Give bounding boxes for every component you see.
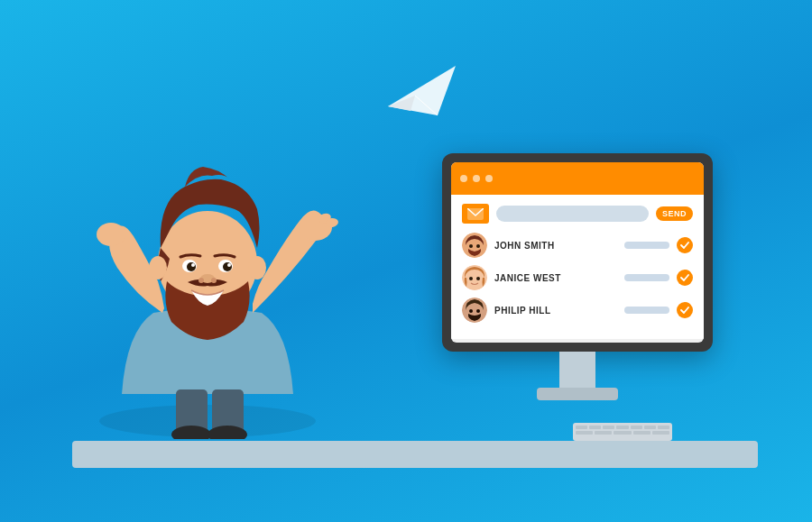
monitor-screen: SEND	[442, 153, 713, 352]
key	[658, 426, 669, 429]
avatar-john-smith	[462, 233, 487, 258]
svg-point-30	[469, 277, 473, 280]
contact-bar-2	[624, 274, 669, 281]
svg-point-34	[476, 309, 480, 313]
contact-bar-1	[624, 242, 669, 249]
svg-point-14	[191, 263, 195, 267]
key	[652, 431, 669, 435]
key	[644, 426, 656, 429]
key	[633, 431, 651, 435]
svg-point-17	[198, 278, 204, 283]
key	[589, 426, 601, 429]
send-button[interactable]: SEND	[656, 206, 693, 221]
titlebar-dot-1	[460, 175, 467, 182]
titlebar-dot-3	[485, 175, 493, 182]
email-icon	[462, 204, 489, 224]
screen-content-area: SEND	[451, 162, 704, 343]
svg-point-33	[469, 309, 473, 313]
svg-point-28	[476, 244, 480, 248]
check-icon-3	[677, 302, 693, 318]
titlebar-dot-2	[473, 175, 480, 182]
svg-point-12	[187, 262, 196, 271]
check-icon-2	[677, 270, 693, 286]
svg-marker-1	[388, 96, 415, 111]
contact-row-3: PHILIP HILL	[462, 298, 693, 323]
desk-surface	[72, 441, 758, 468]
monitor-base	[537, 388, 618, 400]
monitor-stand	[559, 352, 595, 388]
svg-point-20	[248, 256, 266, 279]
key	[576, 426, 587, 429]
svg-point-13	[223, 262, 232, 271]
contact-bar-3	[624, 307, 669, 314]
avatar-janice-west	[462, 265, 487, 290]
key	[616, 426, 628, 429]
svg-point-7	[97, 223, 125, 246]
paper-plane-icon	[388, 61, 442, 106]
keyboard	[573, 423, 672, 441]
svg-point-18	[211, 278, 217, 283]
contact-row-2: JANICE WEST	[462, 265, 693, 290]
svg-point-19	[149, 256, 167, 279]
key	[603, 426, 614, 429]
check-icon-1	[677, 237, 693, 253]
app-content: SEND	[451, 195, 704, 339]
contact-row-1: JOHN SMITH	[462, 233, 693, 258]
contact-name-2: JANICE WEST	[494, 273, 617, 283]
svg-point-15	[227, 263, 231, 267]
email-compose-bar: SEND	[462, 204, 693, 224]
key	[614, 431, 631, 435]
key	[631, 426, 642, 429]
email-input-bar	[496, 206, 649, 222]
character-illustration	[54, 114, 361, 443]
contact-name-1: JOHN SMITH	[494, 241, 617, 251]
key	[595, 431, 612, 435]
monitor: SEND	[442, 153, 713, 400]
avatar-philip-hill	[462, 298, 487, 323]
contact-name-3: PHILIP HILL	[494, 306, 617, 316]
key	[576, 431, 593, 435]
screen-titlebar	[451, 162, 704, 195]
svg-point-27	[469, 244, 473, 248]
svg-point-31	[476, 277, 480, 280]
